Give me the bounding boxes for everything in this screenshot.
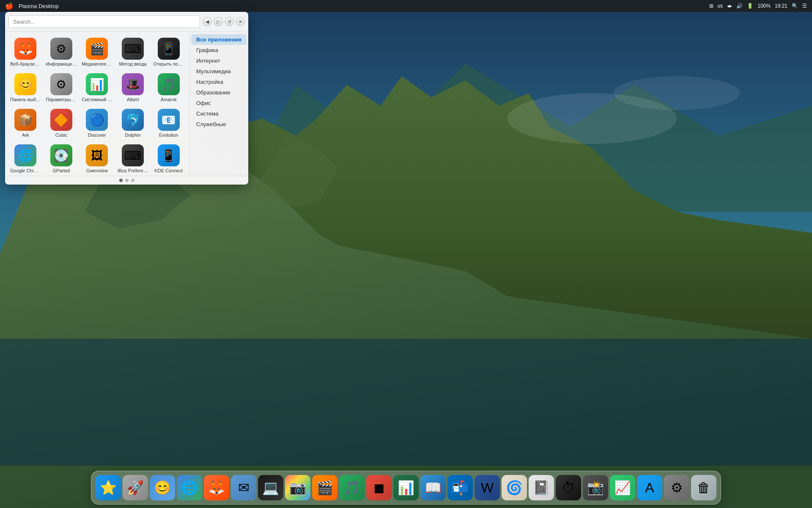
back-button[interactable]: ◀ (203, 17, 212, 26)
dock-item-chrome[interactable]: 🌐 (177, 475, 202, 500)
app-icon-evolution: 📧 (158, 109, 180, 131)
app-label-sysmon: Системный м... (82, 97, 112, 102)
arrow-icons: ◂▸ (727, 3, 732, 9)
app-item-firefox[interactable]: 🦊Веб-браузер ... (8, 35, 43, 69)
app-item-evolution[interactable]: 📧Evolution (151, 106, 186, 140)
dock-item-outlook[interactable]: 📬 (447, 475, 473, 500)
app-item-ibus[interactable]: ⌨Метод ввода (116, 35, 150, 69)
app-label-ibus: Метод ввода (118, 61, 148, 66)
app-icon-gparted: 💽 (50, 144, 72, 166)
app-item-sysmon[interactable]: 📊Системный м... (80, 71, 114, 105)
volume-icon[interactable]: 🔊 (736, 3, 743, 9)
category-office[interactable]: Офис (191, 98, 247, 108)
dock-item-amarok2[interactable]: 🎵 (339, 475, 365, 500)
dock-item-firefox2[interactable]: 🦊 (204, 475, 229, 500)
app-icon-ibus: ⌨ (122, 38, 144, 60)
dock-item-terminal[interactable]: 💻 (258, 475, 283, 500)
dock-item-appstore[interactable]: A (637, 475, 662, 500)
app-label-amarok: Amarok (153, 97, 184, 102)
category-education[interactable]: Образование (191, 87, 247, 98)
page-dot-2[interactable] (131, 179, 134, 182)
category-graphics[interactable]: Графика (191, 45, 247, 55)
app-label-kde1: KDE Connect (153, 168, 184, 173)
launcher-body: 🦊Веб-браузер ...⚙Информация ...🎬Медиапле… (5, 32, 248, 176)
app-item-kde1[interactable]: 📱KDE Connect (151, 142, 186, 176)
dock-item-photos[interactable]: 📷 (285, 475, 310, 500)
search-icon[interactable]: 🔍 (792, 3, 798, 9)
app-item-dolphin[interactable]: 🐬Dolphin (116, 106, 150, 140)
clock: 19:21 (775, 3, 787, 9)
dock-item-plasma[interactable]: ⭐ (96, 475, 121, 500)
refresh-button[interactable]: ↺ (225, 17, 234, 26)
menubar-right: ⊞ us ◂▸ 🔊 🔋 100% 19:21 🔍 ☰ (709, 3, 807, 9)
close-button[interactable]: ✕ (236, 17, 245, 26)
network-icon: ⊞ (709, 3, 713, 9)
play-button[interactable]: ▷ (214, 17, 223, 26)
app-icon-amarok: 🎵 (158, 73, 180, 95)
app-item-amarok[interactable]: 🎵Amarok (151, 71, 186, 105)
dock-item-screenshot[interactable]: 📸 (583, 475, 608, 500)
battery-percent: 100% (757, 3, 771, 9)
dock-item-notes[interactable]: 📓 (529, 475, 554, 500)
app-item-cubic[interactable]: 🔶Cubic (44, 106, 79, 140)
app-item-openphone[interactable]: 📱Открыть под... (151, 35, 186, 69)
page-dot-1[interactable] (125, 179, 129, 182)
dock-item-vlc2[interactable]: 🎬 (312, 475, 337, 500)
app-item-ark[interactable]: 📦Ark (8, 106, 43, 140)
dock-item-dash[interactable]: ◼ (366, 475, 392, 500)
app-item-gparted[interactable]: 💽GParted (44, 142, 79, 176)
search-input[interactable] (8, 15, 200, 28)
launcher-controls: ◀ ▷ ↺ ✕ (203, 17, 245, 26)
app-item-gwenview[interactable]: 🖼Gwenview (80, 142, 114, 176)
category-utils[interactable]: Служебные (191, 119, 247, 130)
app-item-params[interactable]: ⚙Параметры с... (44, 71, 79, 105)
apple-icon[interactable]: 🍎 (5, 2, 14, 10)
app-label-evolution: Evolution (153, 133, 184, 138)
dock-item-scroll[interactable]: 🌀 (502, 475, 527, 500)
app-label-gwenview: Gwenview (82, 168, 112, 173)
app-item-vlc[interactable]: 🎬Медиаплеер ... (80, 35, 114, 69)
category-internet[interactable]: Интернет (191, 55, 247, 66)
dock-item-dict[interactable]: 📖 (420, 475, 446, 500)
dock-item-launchpad[interactable]: 🚀 (123, 475, 148, 500)
category-multimedia[interactable]: Мультимедиа (191, 66, 247, 77)
app-icon-vlc: 🎬 (86, 38, 108, 60)
app-label-ark: Ark (10, 133, 41, 138)
app-icon-cubic: 🔶 (50, 109, 72, 131)
menu-icon[interactable]: ☰ (802, 3, 807, 9)
app-icon-albert: 🎩 (122, 73, 144, 95)
app-item-chrome[interactable]: 🌐Google Chrome (8, 142, 43, 176)
dock-item-mail[interactable]: ✉ (231, 475, 256, 500)
app-label-chrome: Google Chrome (10, 168, 41, 173)
dock-item-word[interactable]: W (475, 475, 500, 500)
app-item-ibus2[interactable]: ⌨IBus Preferen... (116, 142, 150, 176)
app-icon-discover: 🔵 (86, 109, 108, 131)
svg-rect-7 (0, 339, 812, 466)
page-dot-0[interactable] (119, 179, 123, 182)
apps-grid: 🦊Веб-браузер ...⚙Информация ...🎬Медиапле… (5, 32, 189, 176)
app-item-info[interactable]: ⚙Информация ... (44, 35, 79, 69)
app-icon-info: ⚙ (50, 38, 72, 60)
category-system[interactable]: Система (191, 108, 247, 119)
app-icon-panel: 😊 (14, 73, 36, 95)
dock-item-finder[interactable]: 😊 (150, 475, 175, 500)
app-item-albert[interactable]: 🎩Albert (116, 71, 150, 105)
lang-indicator: us (718, 3, 723, 9)
app-icon-firefox: 🦊 (14, 38, 36, 60)
app-item-discover[interactable]: 🔵Discover (80, 106, 114, 140)
dock-item-excel[interactable]: 📊 (393, 475, 419, 500)
app-label-dolphin: Dolphin (118, 133, 148, 138)
app-icon-chrome: 🌐 (14, 144, 36, 166)
app-label-panel: Панель выбо... (10, 97, 41, 102)
app-item-panel[interactable]: 😊Панель выбо... (8, 71, 43, 105)
app-icon-openphone: 📱 (158, 38, 180, 60)
dock-item-istat[interactable]: ⏱ (556, 475, 581, 500)
dock-item-syspref[interactable]: ⚙ (664, 475, 689, 500)
battery-icon: 🔋 (747, 3, 753, 9)
dock-item-sysmon2[interactable]: 📈 (610, 475, 635, 500)
svg-point-9 (613, 76, 740, 110)
dock-item-trash[interactable]: 🗑 (691, 475, 716, 500)
app-label-cubic: Cubic (46, 133, 77, 138)
category-all[interactable]: Все приложения (191, 34, 247, 45)
category-settings[interactable]: Настройка (191, 77, 247, 87)
